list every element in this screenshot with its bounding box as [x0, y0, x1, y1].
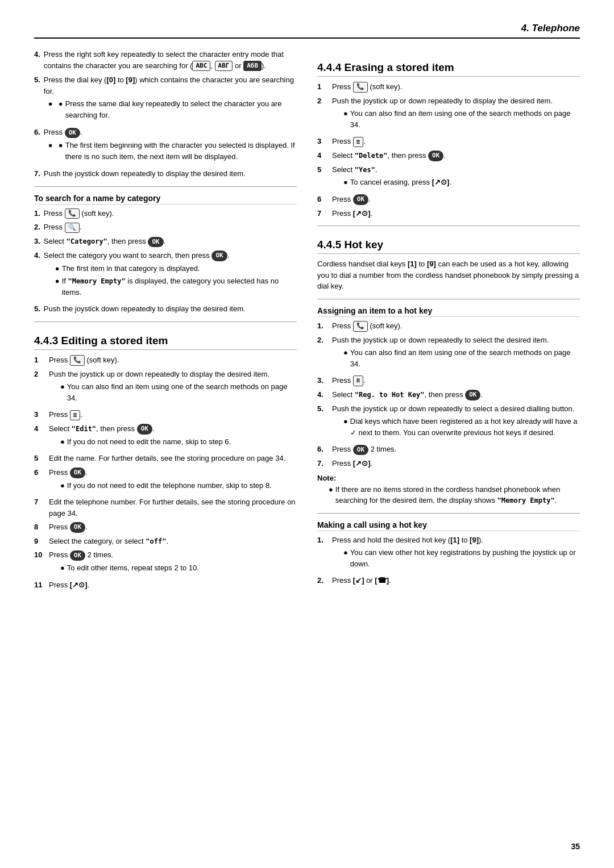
kbd-bracket-assign7: [↗⊙] — [353, 459, 371, 468]
erase-step-7-content: Press [↗⊙]. — [332, 208, 372, 219]
erase-step-1: 1 Press 📞 (soft key). — [317, 81, 580, 93]
kbd-ok-edit10: OK — [70, 550, 85, 561]
step-4-num: 4. — [34, 49, 40, 71]
step-5: 5. Press the dial key ([0] to [9]) which… — [34, 74, 297, 123]
kbd-ok-edit8: OK — [70, 522, 85, 533]
edit-step-1-content: Press 📞 (soft key). — [49, 354, 119, 366]
edit-step-4-sub: ●If you do not need to edit the name, sk… — [60, 436, 231, 448]
step-4: 4. Press the right soft key repeatedly t… — [34, 49, 297, 71]
erase-step-2-num: 2 — [317, 95, 329, 133]
kbd-9-bracket: [9] — [126, 76, 135, 84]
edit-step-9-content: Select the category, or select "off". — [49, 536, 168, 547]
kbd-bracket-mc2b: [☎] — [375, 576, 389, 585]
erase-step-7-num: 7 — [317, 208, 329, 219]
kbd-bracket-11: [↗⊙] — [70, 581, 88, 589]
makecall-steps: 1. Press and hold the desired hot key ([… — [317, 535, 580, 586]
assign-sub-2-1: ●You can also find an item using one of … — [343, 347, 580, 369]
erase-step-1-content: Press 📞 (soft key). — [332, 81, 403, 93]
cat-step-1: 1. Press 📞 (soft key). — [34, 208, 297, 219]
assign-step-6-content: Press OK 2 times. — [332, 444, 396, 455]
assign-sub-5-1: ●Dial keys which have been registered as… — [343, 416, 580, 438]
header-title: 4. Telephone — [521, 23, 580, 34]
assign-step-2-content: Push the joystick up or down repeatedly … — [332, 335, 580, 373]
cat-step-2: 2. Press 🔍. — [34, 222, 297, 233]
erase-step-5-num: 5 — [317, 164, 329, 191]
makecall-step-2-num: 2. — [317, 575, 329, 586]
kbd-bracket-cancel: [↗⊙] — [432, 178, 450, 186]
cat-step-4: 4. Select the category you want to searc… — [34, 250, 297, 301]
edit-step-6-sub: ●If you do not need to edit the telephon… — [60, 480, 272, 491]
assign-step-2-sub: ●You can also find an item using one of … — [343, 347, 580, 369]
step-7-content: Push the joystick down repeatedly to dis… — [44, 168, 246, 180]
assign-step-6-num: 6. — [317, 444, 329, 455]
kbd-ok-cat4: OK — [211, 251, 227, 261]
assign-step-3-num: 3. — [317, 375, 329, 386]
erase-step-4-num: 4 — [317, 150, 329, 161]
edit-step-11-num: 11 — [34, 579, 45, 591]
edit-step-1-num: 1 — [34, 354, 45, 366]
category-steps: 1. Press 📞 (soft key). 2. Press 🔍. 3. Se… — [34, 208, 297, 315]
erase-step-7: 7 Press [↗⊙]. — [317, 208, 580, 219]
edit-sub-10-1: ●To edit other items, repeat steps 2 to … — [60, 562, 199, 574]
step-6-sub: ●The first item beginning with the chara… — [48, 140, 297, 162]
assign-step-3-content: Press ≡. — [332, 375, 366, 386]
edit-step-8-num: 8 — [34, 521, 45, 533]
note-list: ●If there are no items stored in the cor… — [329, 484, 580, 506]
kbd-9-bracket-hk: [9] — [427, 260, 436, 268]
assign-step-6: 6. Press OK 2 times. — [317, 444, 580, 455]
makecall-step-1-content: Press and hold the desired hot key ([1] … — [332, 535, 580, 573]
intro-steps: 4. Press the right soft key repeatedly t… — [34, 49, 297, 180]
step-5-sub-1: ●Press the same dial key repeatedly to s… — [48, 98, 297, 120]
kbd-ok-assign6: OK — [353, 445, 368, 456]
kbd-9-mc: [9] — [470, 536, 479, 544]
cat-step-5-num: 5. — [34, 303, 40, 315]
kbd-menu-assign3: ≡ — [353, 375, 364, 386]
kbd-bracket-mc2a: [↙] — [353, 576, 364, 585]
cat-step-2-content: Press 🔍. — [44, 222, 81, 233]
assign-step-5-num: 5. — [317, 403, 329, 441]
step-6: 6. Press OK. ●The first item beginning w… — [34, 127, 297, 165]
edit-step-9: 9 Select the category, or select "off". — [34, 536, 297, 547]
erase-step-2-sub: ●You can also find an item using one of … — [343, 108, 580, 130]
makecall-sub-1-1: ●You can view other hot key registration… — [343, 547, 580, 569]
kbd-0-bracket: [0] — [106, 76, 115, 84]
makecall-step-1: 1. Press and hold the desired hot key ([… — [317, 535, 580, 573]
edit-step-3: 3 Press ≡. — [34, 409, 297, 420]
cat-step-3: 3. Select "Category", then press OK. — [34, 236, 297, 247]
edit-step-9-num: 9 — [34, 536, 45, 547]
assign-step-7: 7. Press [↗⊙]. — [317, 458, 580, 469]
mono-edit: "Edit" — [72, 425, 96, 433]
assign-step-1-content: Press 📞 (soft key). — [332, 320, 403, 332]
edit-step-6: 6 Press OK. ●If you do not need to edit … — [34, 467, 297, 494]
cat-step-4-num: 4. — [34, 250, 40, 301]
assign-step-5-content: Push the joystick up or down repeatedly … — [332, 403, 580, 441]
erase-step-6-content: Press OK. — [332, 194, 371, 205]
page: 4. Telephone 4. Press the right soft key… — [0, 0, 614, 868]
assign-steps: 1. Press 📞 (soft key). 2. Push the joyst… — [317, 320, 580, 469]
mono-category: "Category" — [67, 237, 107, 245]
edit-sub-6-1: ●If you do not need to edit the telephon… — [60, 480, 272, 491]
making-call-title: Making a call using a hot key — [317, 520, 580, 531]
mono-mempty: "Memory Empty" — [68, 277, 126, 285]
edit-step-5-num: 5 — [34, 453, 45, 464]
kbd-1-mc: [1] — [450, 536, 459, 544]
assign-step-4-content: Select "Reg. to Hot Key", then press OK. — [332, 389, 483, 400]
erase-sub-5-1: ●To cancel erasing, press [↗⊙]. — [343, 177, 451, 188]
erase-step-3-num: 3 — [317, 136, 329, 147]
erase-step-3: 3 Press ≡. — [317, 136, 580, 147]
erase-sub-2-1: ●You can also find an item using one of … — [343, 108, 580, 130]
edit-step-10-num: 10 — [34, 549, 45, 576]
kbd-ok-edit4: OK — [137, 424, 152, 435]
kbd-abc: ABC — [192, 61, 210, 72]
divider-2 — [34, 322, 297, 322]
erase-step-4-content: Select "Delete", then press OK. — [332, 150, 446, 161]
edit-step-2-num: 2 — [34, 369, 45, 407]
edit-step-7-num: 7 — [34, 496, 45, 519]
divider-1 — [34, 186, 297, 187]
edit-step-10: 10 Press OK 2 times. ●To edit other item… — [34, 549, 297, 576]
edit-step-8: 8 Press OK. — [34, 521, 297, 533]
kbd-ok-cat3: OK — [148, 237, 163, 248]
step-5-content: Press the dial key ([0] to [9]) which co… — [44, 74, 297, 123]
assign-step-4-num: 4. — [317, 389, 329, 400]
header: 4. Telephone — [34, 23, 580, 39]
